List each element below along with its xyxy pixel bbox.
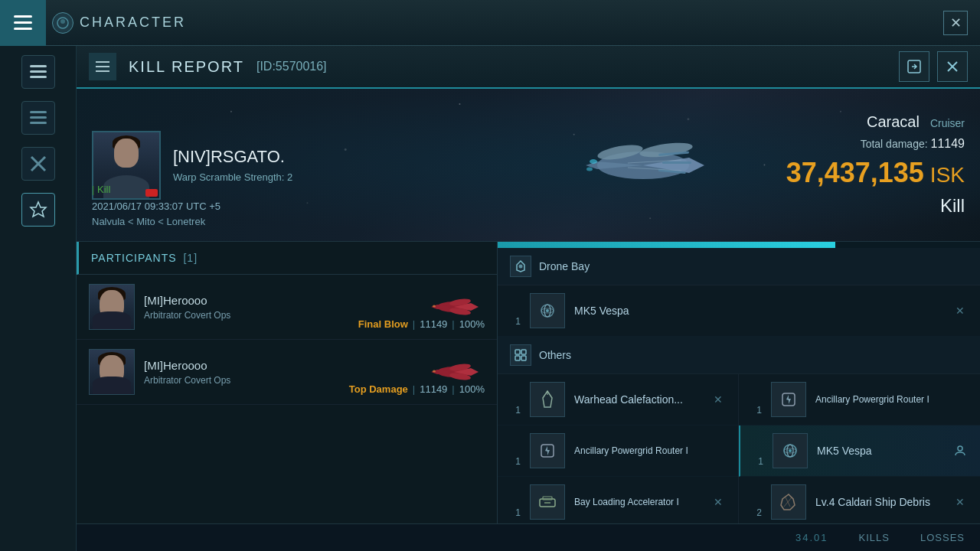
drone-item-close-button[interactable]: ✕ [952, 303, 968, 318]
ship-illustration [551, 108, 735, 223]
drone-bay-item: 1 MK5 Vespa ✕ [498, 285, 980, 337]
top-menu-button[interactable] [0, 0, 46, 46]
total-damage-label: Total damage: [861, 138, 928, 150]
progress-bar [498, 242, 980, 248]
kill-stats: Caracal Cruiser Total damage: 11149 37,4… [750, 89, 965, 241]
kr-menu-button[interactable] [89, 53, 116, 80]
others-item: 1 Bay Loading Accelerator I ✕ [498, 477, 738, 528]
others-item-highlighted: 1 MK5 Vespa [739, 425, 980, 477]
others-item: 1 Warhead Calefaction... ✕ [498, 374, 738, 425]
others-item-name: Ancillary Powergrid Router I [815, 394, 968, 405]
participant-info: [MI]Heroooo Arbitrator Covert Ops [144, 359, 414, 386]
bay-loading-icon [530, 484, 565, 520]
svg-rect-53 [515, 350, 520, 354]
svg-point-29 [590, 159, 597, 164]
losses-bottom-label: Losses [920, 532, 965, 543]
item-close-button[interactable]: ✕ [952, 494, 968, 510]
svg-point-47 [433, 370, 436, 373]
sidebar-cross-icon[interactable] [21, 147, 55, 181]
kr-close-button[interactable] [937, 51, 968, 82]
svg-point-41 [433, 305, 436, 308]
others-item-name: Ancillary Powergrid Router I [574, 445, 726, 456]
item-quantity: 1 [510, 405, 521, 416]
character-name: [NIV]RSGATO. [173, 147, 292, 167]
isk-value: 37,437,135 [786, 157, 924, 189]
svg-point-16 [459, 103, 460, 105]
others-icon [510, 344, 531, 366]
drone-bay-title: Drone Bay [539, 260, 590, 272]
others-item: 1 Ancillary Powergrid Router I [498, 425, 738, 477]
kills-bottom-label: Kills [859, 532, 890, 543]
item-quantity: 1 [751, 405, 762, 416]
top-close-button[interactable]: ✕ [943, 11, 968, 35]
debris-icon [771, 484, 806, 520]
warp-scramble-strength: Warp Scramble Strength: 2 [173, 171, 292, 183]
participant-name: [MI]Heroooo [144, 294, 414, 307]
drone-bay-header: Drone Bay [498, 248, 980, 285]
svg-marker-10 [31, 202, 46, 217]
participant-stats: Top Damage | 11149 | 100% [349, 383, 485, 395]
others-item: 1 Ancillary Powergrid Router I [739, 374, 980, 425]
powergrid-icon [530, 433, 565, 468]
kr-action-buttons [899, 51, 968, 82]
participant-stats: Final Blow | 11149 | 100% [358, 318, 485, 330]
left-sidebar [0, 46, 77, 551]
ship-name: Caracal [867, 113, 920, 131]
items-panel: Drone Bay 1 MK5 Vespa ✕ [498, 242, 980, 551]
ship-class: Cruiser [930, 117, 965, 129]
kill-report-title: KILL REPORT [129, 58, 244, 76]
participant-info: [MI]Heroooo Arbitrator Covert Ops [144, 294, 414, 321]
kill-location: Nalvula < Mito < Lonetrek [92, 216, 205, 227]
kill-type-indicator: Kill [92, 184, 110, 195]
total-damage-value: 11149 [931, 137, 965, 150]
sidebar-menu-icon[interactable] [21, 55, 55, 89]
participants-header: Participants [1] [77, 242, 497, 275]
top-damage-label: Top Damage [349, 383, 408, 395]
kill-type-label: Kill [940, 195, 965, 217]
svg-point-52 [546, 309, 549, 312]
svg-point-68 [789, 449, 792, 452]
item-close-button[interactable]: ✕ [710, 392, 726, 407]
kr-export-button[interactable] [899, 51, 929, 82]
bottom-bar: 34.01 Kills Losses [77, 523, 980, 551]
character-info: [NIV]RSGATO. Warp Scramble Strength: 2 [173, 147, 292, 183]
svg-point-15 [345, 148, 347, 151]
content-area: Participants [1] [MI]Heroooo [77, 242, 980, 551]
participant-portrait [89, 349, 135, 395]
svg-point-1 [60, 19, 65, 24]
others-item-name: Lv.4 Caldari Ship Debris [815, 496, 943, 508]
character-section: [NIV]RSGATO. Warp Scramble Strength: 2 K… [77, 89, 980, 242]
svg-point-69 [958, 446, 962, 451]
svg-point-14 [230, 111, 232, 112]
svg-rect-32 [662, 161, 691, 164]
kill-report-id: [ID:5570016] [256, 60, 327, 73]
item-quantity: 1 [510, 507, 521, 518]
player-icon [952, 443, 968, 458]
participant-portrait [89, 284, 135, 330]
item-quantity: 1 [510, 456, 521, 467]
sidebar-star-icon[interactable] [21, 193, 55, 227]
others-title: Others [539, 349, 571, 361]
others-item: 2 Lv.4 Caldari Ship Debris ✕ [739, 477, 980, 528]
drone-item-name: MK5 Vespa [574, 305, 943, 317]
close-icon: ✕ [950, 15, 962, 31]
item-quantity: 2 [751, 507, 762, 518]
svg-rect-6 [30, 116, 47, 119]
warhead-icon [530, 382, 565, 417]
svg-rect-3 [30, 70, 47, 73]
participant-percent: 100% [459, 318, 485, 330]
sidebar-menu2-icon[interactable] [21, 101, 55, 135]
item-close-button[interactable]: ✕ [710, 494, 726, 510]
vespa2-icon [773, 433, 808, 468]
item-quantity: 1 [510, 316, 521, 327]
participant-row: [MI]Heroooo Arbitrator Covert Ops [77, 275, 497, 340]
kills-stat: 34.01 [791, 532, 828, 543]
svg-rect-7 [30, 122, 47, 124]
kills-label: 34.01 [795, 532, 828, 543]
top-actions: ✕ [943, 11, 980, 35]
progress-bar-fill [498, 242, 835, 248]
app-title: CHARACTER [80, 15, 186, 31]
others-header: Others [498, 337, 980, 374]
participant-name: [MI]Heroooo [144, 359, 414, 372]
svg-rect-55 [515, 356, 520, 360]
